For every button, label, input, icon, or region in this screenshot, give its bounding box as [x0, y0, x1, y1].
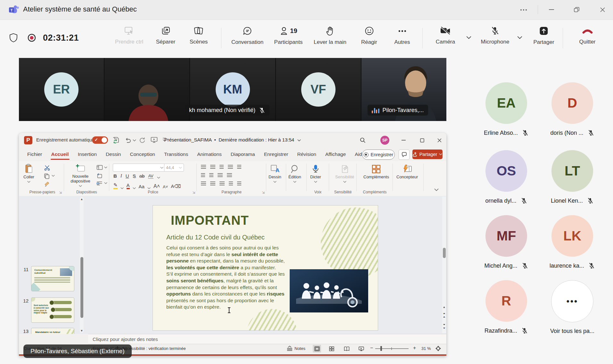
font-color-chevron[interactable] [133, 187, 136, 189]
share-button[interactable]: Partager [533, 26, 554, 45]
next-slide-button[interactable]: ⏷⏷ [442, 323, 446, 330]
paste-button[interactable]: Coller [23, 164, 34, 183]
participant-ornella[interactable]: OS ornella dyl... [473, 150, 539, 204]
leave-button[interactable]: Quitter [579, 26, 595, 45]
slide-area-scrollbar[interactable]: ▲ ⏶⏶ ⏷⏷ [442, 197, 446, 333]
tab-accueil[interactable]: Accueil [47, 148, 73, 161]
font-size-combobox[interactable]: 44,4 [164, 164, 184, 172]
draw-button[interactable]: A Dessin [269, 164, 281, 183]
zoom-out-button[interactable]: − [370, 345, 373, 351]
designer-button[interactable]: Concepteur [396, 164, 418, 180]
camera-button[interactable]: Caméra [436, 26, 455, 45]
bullets-button[interactable] [201, 165, 206, 169]
align-left-button[interactable] [201, 182, 206, 185]
highlight-chevron[interactable] [120, 187, 124, 189]
decrease-indent-button[interactable] [201, 173, 205, 177]
align-text-button[interactable] [227, 173, 232, 177]
video-tile-camera-1[interactable] [104, 58, 189, 121]
slide-sorter-view-button[interactable] [327, 345, 336, 352]
scrollbar-thumb[interactable] [443, 248, 446, 258]
font-dialog-launcher[interactable]: ⇲ [193, 191, 195, 194]
minimize-button[interactable] [542, 0, 561, 20]
participant-lionel[interactable]: LT Lionel Ken... [539, 150, 605, 204]
increase-indent-button[interactable] [209, 173, 213, 177]
font-name-combobox[interactable] [113, 164, 165, 172]
tab-diaporama[interactable]: Diaporama [226, 148, 260, 161]
section-icon[interactable] [96, 181, 103, 186]
collapse-ribbon-chevron[interactable] [434, 189, 439, 191]
scrollbar-thumb[interactable] [80, 257, 83, 318]
microphone-options-chevron[interactable] [517, 36, 522, 39]
cut-icon[interactable] [44, 165, 50, 171]
fit-slide-to-window-button[interactable] [435, 346, 441, 351]
tab-animations[interactable]: Animations [193, 148, 226, 161]
copy-chevron[interactable] [52, 175, 55, 177]
reading-view-button[interactable] [343, 345, 351, 352]
strikethrough-button[interactable]: ab [139, 173, 145, 179]
comments-button[interactable] [399, 150, 410, 160]
convert-smartart-button[interactable] [237, 182, 241, 185]
tab-dessin[interactable]: Dessin [101, 148, 125, 161]
slide-subtitle[interactable]: Article du 12 Code civil du Québec [166, 234, 265, 241]
shrink-font-button[interactable]: A˅ [163, 184, 168, 189]
ppt-maximize-button[interactable] [415, 133, 429, 148]
case-chevron[interactable] [147, 187, 151, 189]
slide-body-text[interactable]: Celui qui consent à des soins pour autru… [166, 245, 287, 311]
tab-transitions[interactable]: Transitions [160, 148, 193, 161]
font-color-button[interactable]: A [127, 182, 130, 189]
addins-button[interactable]: Compléments [363, 164, 389, 180]
tab-fichier[interactable]: Fichier [23, 148, 47, 161]
underline-button[interactable]: U [126, 173, 129, 179]
tab-affichage[interactable]: Affichage [321, 148, 350, 161]
scroll-down-arrow[interactable]: ▼ [80, 329, 84, 332]
zoom-level[interactable]: 31 % [421, 346, 431, 351]
previous-slide-button[interactable]: ⏶⏶ [442, 312, 446, 319]
participant-razafindra[interactable]: R Razafindra... [473, 280, 539, 334]
video-tile-vf[interactable]: VF [276, 58, 361, 121]
more-actions-button[interactable]: Autres [394, 26, 410, 45]
tab-conception[interactable]: Conception [126, 148, 160, 161]
ppt-share-button[interactable]: Partager [412, 150, 443, 159]
slide-title[interactable]: IMPORTANT [171, 213, 249, 228]
scenes-button[interactable]: Scènes [190, 26, 208, 45]
reset-slide-icon[interactable] [96, 173, 102, 179]
slide-canvas[interactable]: IMPORTANT Article du 12 Code civil du Qu… [153, 205, 378, 331]
slide-thumbnail-11[interactable]: Consentement substitué [31, 266, 74, 291]
columns-button[interactable] [218, 173, 223, 177]
participant-michel[interactable]: MF Michel Ang... [473, 215, 539, 269]
clear-formatting-button[interactable]: A⌫ [171, 183, 181, 189]
last-modified-text[interactable]: Dernière modification : Hier à 13:54 [219, 137, 294, 142]
slideshow-view-button[interactable] [357, 345, 365, 352]
take-control-button[interactable]: Prendre ctrl [115, 26, 143, 45]
slide-thumbnail-12[interactable]: Sont autorisés à consentir aux soins pou… [31, 297, 74, 323]
clipboard-dialog-launcher[interactable]: ⇲ [59, 191, 62, 194]
editing-button[interactable]: Édition [288, 164, 301, 183]
bold-button[interactable]: B [113, 173, 117, 179]
tab-revision[interactable]: Révision [293, 148, 320, 161]
justify-button[interactable] [229, 182, 233, 185]
titlebar-more-button[interactable] [514, 0, 534, 20]
search-icon[interactable] [360, 137, 366, 143]
ppt-minimize-button[interactable] [396, 133, 410, 148]
thumbnail-scrollbar[interactable]: ▲ ▼ [80, 197, 84, 333]
section-chevron[interactable] [104, 182, 107, 184]
normal-view-button[interactable] [313, 345, 321, 352]
tab-enregistrer[interactable]: Enregistrer [260, 148, 293, 161]
microphone-button[interactable]: Microphone [481, 26, 509, 45]
chat-button[interactable]: Conversation [231, 26, 263, 45]
participant-laurence[interactable]: LK laurence ka... [539, 215, 605, 269]
sensitivity-button[interactable]: Sensibilité [335, 164, 354, 183]
align-right-button[interactable] [220, 182, 225, 185]
align-center-button[interactable] [210, 182, 215, 185]
dictate-button[interactable]: Dicter [310, 164, 321, 183]
title-dropdown-chevron[interactable] [297, 139, 301, 142]
character-spacing-button[interactable]: AV [148, 174, 153, 179]
multilevel-list-button[interactable] [220, 165, 224, 169]
participants-button[interactable]: 19 Participants [274, 26, 303, 45]
slide-layout-icon[interactable] [96, 165, 103, 170]
accessibility-status[interactable]: Accessibilité : vérification terminée [122, 346, 186, 351]
raise-hand-button[interactable]: Lever la main [314, 26, 346, 45]
paragraph-dialog-launcher[interactable]: ⇲ [262, 191, 265, 194]
see-all-participants[interactable]: ••• Voir tous les pa... [539, 280, 605, 335]
notes-pane[interactable]: Cliquez pour ajouter des notes [88, 334, 446, 344]
